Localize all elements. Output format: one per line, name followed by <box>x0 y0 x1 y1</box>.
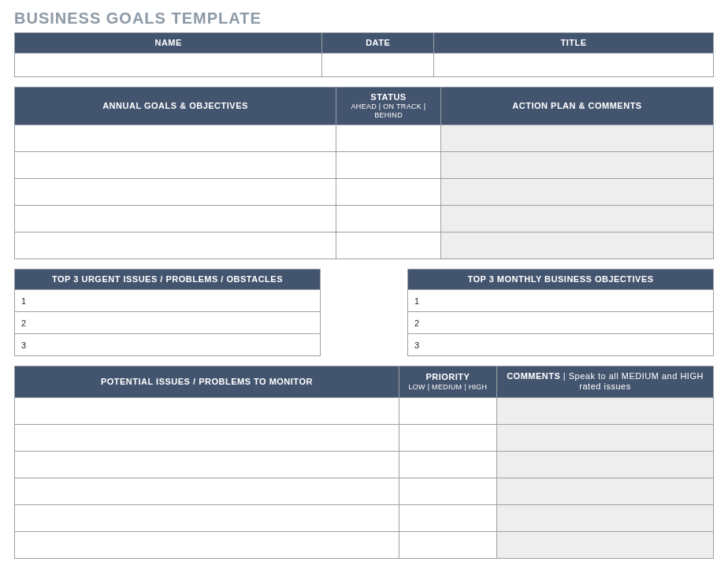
table-cell[interactable] <box>336 178 441 205</box>
table-cell[interactable] <box>497 531 714 558</box>
header-potential-issues: POTENTIAL ISSUES / PROBLEMS TO MONITOR <box>15 366 399 397</box>
table-cell[interactable] <box>441 125 714 151</box>
table-cell[interactable]: 3 <box>15 334 321 356</box>
cell-date[interactable] <box>322 54 434 77</box>
table-cell[interactable]: 2 <box>408 312 714 334</box>
potential-issues-table: POTENTIAL ISSUES / PROBLEMS TO MONITOR P… <box>14 366 714 558</box>
two-column-section: TOP 3 URGENT ISSUES / PROBLEMS / OBSTACL… <box>14 269 714 356</box>
header-status-sub: AHEAD | ON TRACK | BEHIND <box>340 102 437 120</box>
table-cell[interactable] <box>15 125 336 151</box>
info-table: NAME DATE TITLE <box>14 32 714 77</box>
header-priority-sub: LOW | MEDIUM | HIGH <box>403 383 493 392</box>
header-date: DATE <box>322 33 434 54</box>
table-cell[interactable] <box>15 205 336 232</box>
table-cell[interactable] <box>497 424 714 451</box>
table-cell[interactable]: 3 <box>408 334 714 356</box>
table-cell[interactable] <box>441 232 714 259</box>
table-cell[interactable] <box>15 232 336 259</box>
table-cell[interactable] <box>336 205 441 232</box>
table-cell[interactable] <box>497 397 714 424</box>
table-cell[interactable] <box>399 397 496 424</box>
table-cell[interactable] <box>399 504 496 531</box>
table-cell[interactable]: 1 <box>408 290 714 312</box>
table-cell[interactable]: 2 <box>15 312 321 334</box>
header-urgent-issues: TOP 3 URGENT ISSUES / PROBLEMS / OBSTACL… <box>15 269 321 289</box>
table-cell[interactable] <box>399 451 496 478</box>
table-cell[interactable] <box>15 151 336 178</box>
monthly-objectives-table: TOP 3 MONTHLY BUSINESS OBJECTIVES 1 2 3 <box>407 269 714 356</box>
table-cell[interactable] <box>497 478 714 504</box>
header-status-label: STATUS <box>370 92 406 102</box>
table-cell[interactable] <box>15 478 399 504</box>
table-cell[interactable] <box>15 451 399 478</box>
header-action-plan: ACTION PLAN & COMMENTS <box>441 87 714 125</box>
table-cell[interactable] <box>497 504 714 531</box>
table-cell[interactable] <box>15 178 336 205</box>
table-cell[interactable] <box>441 178 714 205</box>
table-cell[interactable] <box>15 504 399 531</box>
table-cell[interactable] <box>399 531 496 558</box>
table-cell[interactable]: 1 <box>15 290 321 312</box>
header-name: NAME <box>15 33 322 54</box>
table-cell[interactable] <box>336 232 441 259</box>
header-annual-goals: ANNUAL GOALS & OBJECTIVES <box>15 87 336 125</box>
header-priority-label: PRIORITY <box>425 372 470 381</box>
header-comments: COMMENTS | Speak to all MEDIUM and HIGH … <box>497 366 714 397</box>
table-cell[interactable] <box>15 397 399 424</box>
table-cell[interactable] <box>15 424 399 451</box>
header-priority: PRIORITY LOW | MEDIUM | HIGH <box>399 366 496 397</box>
cell-title[interactable] <box>434 54 714 77</box>
annual-goals-table: ANNUAL GOALS & OBJECTIVES STATUS AHEAD |… <box>14 87 714 259</box>
table-cell[interactable] <box>399 424 496 451</box>
table-cell[interactable] <box>441 151 714 178</box>
urgent-issues-table: TOP 3 URGENT ISSUES / PROBLEMS / OBSTACL… <box>14 269 321 356</box>
cell-name[interactable] <box>15 54 322 77</box>
table-cell[interactable] <box>399 478 496 504</box>
table-cell[interactable] <box>336 125 441 151</box>
header-status: STATUS AHEAD | ON TRACK | BEHIND <box>336 87 441 125</box>
header-monthly-objectives: TOP 3 MONTHLY BUSINESS OBJECTIVES <box>408 269 714 289</box>
table-cell[interactable] <box>441 205 714 232</box>
table-cell[interactable] <box>336 151 441 178</box>
page-title: BUSINESS GOALS TEMPLATE <box>14 9 714 28</box>
table-cell[interactable] <box>497 451 714 478</box>
header-title: TITLE <box>434 33 714 54</box>
table-cell[interactable] <box>15 531 399 558</box>
